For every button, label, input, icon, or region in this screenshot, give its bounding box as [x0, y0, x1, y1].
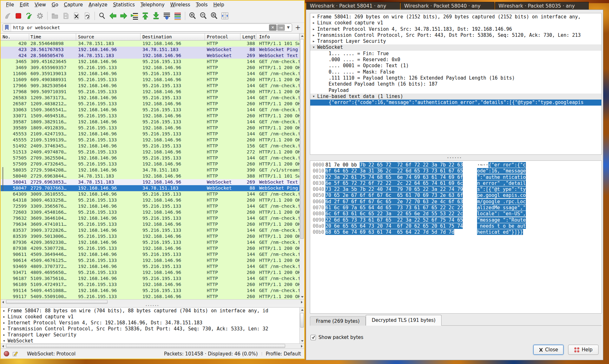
menu-file[interactable]: File: [3, 1, 17, 8]
expand-arrow-icon[interactable]: ▶: [1, 320, 8, 326]
packet-row[interactable]: 3465309.451623645192.168.146.9695.216.19…: [1, 59, 299, 65]
status-profile[interactable]: Profile: Default: [266, 351, 301, 357]
save-file-icon[interactable]: [61, 11, 71, 21]
scroll-right-icon[interactable]: [299, 300, 304, 304]
tree-item[interactable]: ▶Frame 58041: 269 bytes on wire (2152 bi…: [310, 14, 601, 20]
packet-row[interactable]: 991175409.5509100…95.216.195.133192.168.…: [1, 294, 299, 299]
go-to-packet-icon[interactable]: [129, 11, 140, 21]
packet-row[interactable]: 42328.561767853192.168.146.9634.78.151.1…: [1, 47, 299, 53]
expand-arrow-icon[interactable]: ▶: [310, 26, 317, 32]
packet-row[interactable]: 3469309.65596935795.216.195.133192.168.1…: [1, 65, 299, 71]
packet-row[interactable]: 514922409.3746345…192.168.146.9695.216.1…: [1, 143, 299, 149]
packet-row[interactable]: 796343609.4741011…95.216.195.133192.168.…: [1, 221, 299, 227]
packet-row[interactable]: 455552109.5199139…95.216.195.133192.168.…: [1, 137, 299, 143]
go-first-packet-icon[interactable]: [140, 11, 150, 21]
column-header-no[interactable]: No.: [1, 34, 29, 40]
tree-item[interactable]: ▼WebSocket: [1, 338, 299, 343]
packet-row[interactable]: 265871209.4838212…95.216.195.133192.168.…: [1, 101, 299, 107]
go-last-packet-icon[interactable]: [151, 11, 161, 21]
menu-edit[interactable]: Edit: [17, 1, 32, 8]
tab-decrypted[interactable]: Decrypted TLS (191 bytes): [366, 315, 442, 326]
hex-row[interactable]: 00a020 6e 65 65 64 73 20 74 6f 20 62 65 …: [310, 223, 601, 229]
packet-row[interactable]: 515132409.4974870…95.216.195.133192.168.…: [1, 149, 299, 155]
tree-item[interactable]: 0... .... = Mask: False: [310, 69, 601, 75]
detail-vscrollbar[interactable]: [299, 308, 304, 343]
window-titlebar-0[interactable]: Wireshark · Packet 58041 · any: [306, 2, 400, 10]
auto-scroll-icon[interactable]: [162, 11, 172, 21]
menu-statistics[interactable]: Statistics: [110, 1, 138, 8]
open-file-icon[interactable]: [50, 11, 60, 21]
hex-row[interactable]: 00806c 6f 63 61 6c 65 22 3a 22 65 6e 2d …: [310, 211, 601, 217]
packet-row[interactable]: 934694809.3707372…192.168.146.9695.216.1…: [1, 263, 299, 270]
packet-row[interactable]: 991145409.4451088…192.168.146.9695.216.1…: [1, 288, 299, 294]
packet-row[interactable]: 835393909.5013006…95.216.195.133192.168.…: [1, 233, 299, 239]
scroll-left-icon[interactable]: [1, 344, 5, 348]
menu-go[interactable]: Go: [49, 1, 61, 8]
column-header-source[interactable]: Source: [76, 34, 141, 40]
scroll-up-icon[interactable]: [300, 34, 304, 38]
capture-comment-icon[interactable]: [12, 351, 18, 357]
column-header-protocol[interactable]: Protocol: [205, 34, 240, 40]
dialog-splitter[interactable]: ••••••: [306, 155, 603, 160]
menu-wireless[interactable]: Wireless: [167, 1, 193, 8]
tree-item[interactable]: ▶Transport Layer Security: [310, 38, 601, 44]
packet-list-hscrollbar[interactable]: [1, 299, 304, 304]
hex-row[interactable]: 002022 3a 22 61 75 74 68 65 6e 74 69 63 …: [310, 174, 601, 180]
hex-row[interactable]: 009022 6d 65 73 73 61 67 65 22 3a 22 52 …: [310, 217, 601, 223]
tree-item[interactable]: ▶Linux cooked capture v1: [1, 314, 299, 320]
packet-row[interactable]: 835373909.3722826…192.168.146.9695.216.1…: [1, 227, 299, 233]
packet-row[interactable]: 580352729.5984208…192.168.146.9634.78.15…: [1, 167, 299, 173]
packet-row[interactable]: 961895109.4724917…95.216.195.133192.168.…: [1, 282, 299, 288]
tree-item[interactable]: ▶Internet Protocol Version 4, Src: 192.1…: [1, 320, 299, 326]
filter-input[interactable]: [11, 25, 269, 30]
menu-tools[interactable]: Tools: [193, 1, 211, 8]
start-capture-icon[interactable]: [3, 11, 13, 21]
packet-row[interactable]: 11606609.359139013192.168.146.9695.216.1…: [1, 71, 299, 77]
packet-row[interactable]: 961875109.3675610…192.168.146.9695.216.1…: [1, 276, 299, 282]
expand-arrow-icon[interactable]: ▶: [310, 20, 317, 26]
collapse-arrow-icon[interactable]: ▼: [310, 94, 317, 100]
packet-row[interactable]: 796323609.3646104…192.168.146.9695.216.1…: [1, 215, 299, 221]
hex-row[interactable]: 00306e 5f 65 72 72 6f 72 22 2c 22 64 65 …: [310, 180, 601, 186]
packet-row[interactable]: 725993309.3565676…192.168.146.9695.216.1…: [1, 203, 299, 209]
packet-row[interactable]: 42428.56650547634.78.151.183192.168.146.…: [1, 53, 299, 59]
window-titlebar-1[interactable]: Wireshark · Packet 58040 · any: [401, 2, 494, 10]
tree-item[interactable]: .111 1110 = Payload length: 126 Extended…: [310, 75, 601, 81]
column-header-destination[interactable]: Destination: [141, 34, 205, 40]
column-header-time[interactable]: Time: [29, 34, 76, 40]
packet-row[interactable]: 395891809.4912839…95.216.195.133192.168.…: [1, 125, 299, 131]
hex-row[interactable]: 00106f 64 65 22 3a 31 36 2c 22 6d 65 73 …: [310, 168, 601, 174]
menu-help[interactable]: Help: [211, 1, 227, 8]
hex-row[interactable]: 00606d 2f 67 6f 6f 67 6c 65 2e 72 70 63 …: [310, 199, 601, 205]
hex-row[interactable]: 007061 6c 69 7a 65 64 4d 65 73 73 61 67 …: [310, 205, 601, 211]
packet-row[interactable]: 330711509.4694518…95.216.195.133192.168.…: [1, 113, 299, 119]
tab-frame[interactable]: Frame (269 bytes): [310, 316, 366, 326]
menu-capture[interactable]: Capture: [61, 1, 86, 8]
packet-row[interactable]: 395871809.3829116…192.168.146.9695.216.1…: [1, 119, 299, 125]
packet-row[interactable]: 330631509.3665541…192.168.146.9695.216.1…: [1, 107, 299, 113]
scroll-up-icon[interactable]: [300, 308, 304, 312]
hex-row[interactable]: 004073 22 3a 5b 7b 22 40 74 79 70 65 22 …: [310, 186, 601, 192]
packet-row[interactable]: 643093009.3610555…192.168.146.9695.216.1…: [1, 191, 299, 197]
reload-file-icon[interactable]: [82, 11, 92, 21]
packet-row[interactable]: 455532109.4247193…192.168.146.9695.216.1…: [1, 131, 299, 137]
expand-arrow-icon[interactable]: ▶: [310, 32, 317, 38]
packet-row[interactable]: 879384209.5307728…95.216.195.133192.168.…: [1, 245, 299, 251]
column-header-info[interactable]: Info: [256, 34, 299, 40]
zoom-reset-icon[interactable]: [209, 11, 219, 21]
tree-item[interactable]: {"error":{"code":16,"message":"authentic…: [310, 100, 601, 106]
filter-dropdown-icon[interactable]: ▼: [285, 24, 291, 31]
tree-item[interactable]: Extended Payload length (16 bits): 187: [310, 81, 601, 87]
tree-item[interactable]: ▼WebSocket: [310, 44, 601, 50]
stop-capture-icon[interactable]: [13, 11, 23, 21]
capture-options-icon[interactable]: [35, 11, 45, 21]
hex-row[interactable]: 00b068 65 6e 74 69 63 61 74 65 64 22 7d …: [310, 229, 601, 235]
menu-analyze[interactable]: Analyze: [86, 1, 110, 8]
tree-item[interactable]: ▶Internet Protocol Version 4, Src: 34.78…: [310, 26, 601, 32]
zoom-in-icon[interactable]: [187, 11, 198, 21]
resize-columns-icon[interactable]: [220, 11, 230, 21]
packet-row[interactable]: 11609609.49038893195.216.195.133192.168.…: [1, 77, 299, 83]
colorize-packets-icon[interactable]: [173, 11, 183, 21]
packet-row[interactable]: 265831209.3673173…192.168.146.9695.216.1…: [1, 95, 299, 101]
packet-row[interactable]: 575052709.3625504…192.168.146.9695.216.1…: [1, 155, 299, 161]
